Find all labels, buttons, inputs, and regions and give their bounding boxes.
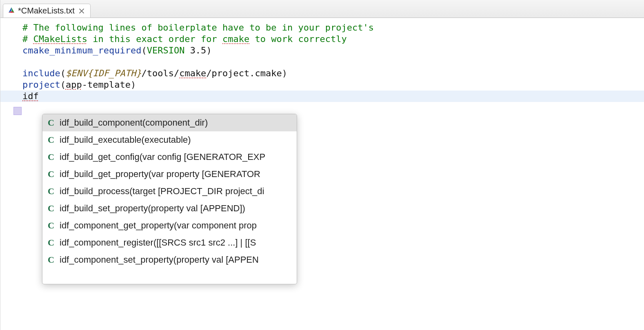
code-paren: ) xyxy=(206,45,211,56)
suggestion-item[interactable]: C idf_component_get_property(var compone… xyxy=(42,217,297,234)
code-paren: ) xyxy=(131,79,136,91)
suggestion-item[interactable]: C idf_build_get_config(var config [GENER… xyxy=(42,148,297,166)
autocomplete-popup[interactable]: C idf_build_component(component_dir) C i… xyxy=(42,114,297,284)
cmake-kind-icon: C xyxy=(47,117,56,128)
code-paren: ( xyxy=(141,45,147,56)
suggestion-label: idf_component_get_property(var component… xyxy=(60,220,257,231)
suggestion-item[interactable]: C idf_component_register([[SRCS src1 src… xyxy=(42,234,297,251)
editor-viewport: *CMakeLists.txt # The following lines of… xyxy=(0,0,644,330)
suggestion-label: idf_component_register([[SRCS src1 src2 … xyxy=(60,237,256,248)
tab-bar: *CMakeLists.txt xyxy=(0,0,644,18)
code-paren: ) xyxy=(282,68,287,79)
code-number: 3.5 xyxy=(190,45,207,56)
close-tab-icon[interactable] xyxy=(78,7,85,15)
cmake-kind-icon: C xyxy=(47,152,56,162)
cmake-kind-icon: C xyxy=(47,135,56,145)
code-paren: ( xyxy=(60,68,66,79)
suggestion-label: idf_build_process(target [PROJECT_DIR pr… xyxy=(60,186,264,197)
code-identifier: cmake_minimum_required xyxy=(22,45,141,56)
cmake-kind-icon: C xyxy=(47,186,56,197)
code-arg: app xyxy=(66,79,82,91)
cmake-kind-icon: C xyxy=(47,237,56,248)
tab-cmakelists[interactable]: *CMakeLists.txt xyxy=(3,4,91,18)
code-variable: IDF_PATH xyxy=(93,68,136,79)
code-path: cmake xyxy=(179,68,206,79)
code-comment: to work correctly xyxy=(249,33,346,45)
gutter-marker xyxy=(13,107,22,115)
code-path: /project.cmake xyxy=(206,68,282,79)
code-variable: } xyxy=(136,68,141,79)
code-arg: -template xyxy=(82,79,131,91)
tab-title: *CMakeLists.txt xyxy=(18,6,75,16)
cmake-file-icon xyxy=(8,6,15,16)
code-keyword: VERSION xyxy=(147,45,185,56)
code-comment: # xyxy=(22,33,33,45)
code-typed: idf xyxy=(22,91,39,102)
code-paren: ( xyxy=(60,79,66,91)
code-path: /tools/ xyxy=(141,68,179,79)
suggestion-label: idf_component_set_property(property val … xyxy=(60,255,259,265)
cmake-kind-icon: C xyxy=(47,255,56,265)
cmake-kind-icon: C xyxy=(47,220,56,231)
code-identifier: project xyxy=(22,79,60,91)
code-comment: CMakeLists xyxy=(33,33,87,45)
code-identifier: include xyxy=(22,68,60,79)
cmake-kind-icon: C xyxy=(47,203,56,214)
code-editor[interactable]: # The following lines of boilerplate hav… xyxy=(0,18,644,102)
code-comment: cmake xyxy=(222,33,249,45)
code-comment: in this exact order for xyxy=(87,33,222,45)
suggestion-item[interactable]: C idf_build_component(component_dir) xyxy=(42,114,297,131)
suggestion-item[interactable]: C idf_build_executable(executable) xyxy=(42,131,297,148)
suggestion-item[interactable]: C idf_build_set_property(property val [A… xyxy=(42,200,297,217)
code-comment: # The following lines of boilerplate hav… xyxy=(22,22,374,33)
code-space xyxy=(184,45,190,56)
suggestion-label: idf_build_executable(executable) xyxy=(60,135,191,145)
cmake-kind-icon: C xyxy=(47,169,56,179)
suggestion-item[interactable]: C idf_build_process(target [PROJECT_DIR … xyxy=(42,183,297,200)
suggestion-item[interactable]: C idf_component_set_property(property va… xyxy=(42,251,297,268)
suggestion-label: idf_build_get_config(var config [GENERAT… xyxy=(60,152,265,162)
suggestion-label: idf_build_get_property(var property [GEN… xyxy=(60,169,260,179)
code-variable: $ENV{ xyxy=(66,68,93,79)
suggestion-label: idf_build_component(component_dir) xyxy=(60,117,208,128)
suggestion-item[interactable]: C idf_build_get_property(var property [G… xyxy=(42,166,297,183)
suggestion-label: idf_build_set_property(property val [APP… xyxy=(60,203,245,214)
